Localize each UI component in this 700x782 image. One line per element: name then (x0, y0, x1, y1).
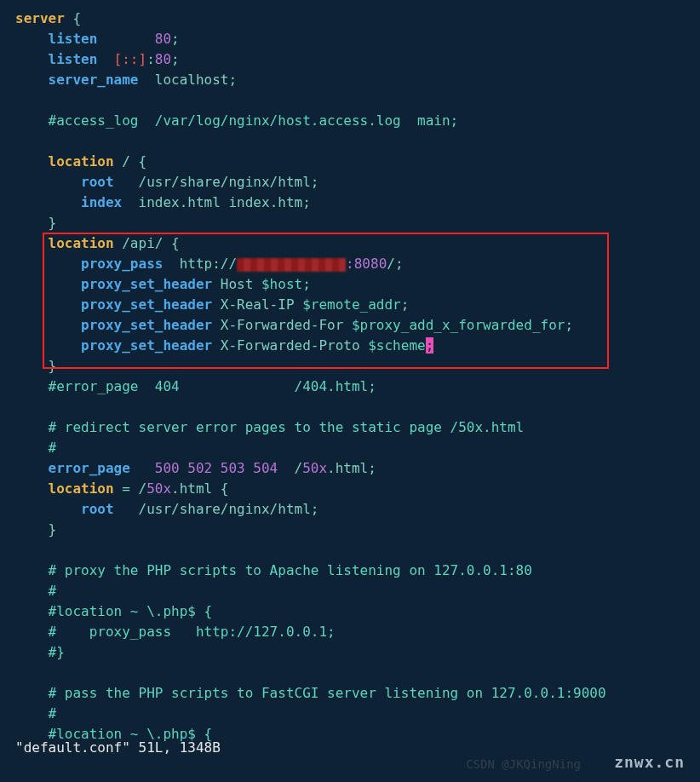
code-line: proxy_set_header X-Forwarded-Proto $sche… (15, 336, 685, 356)
code-line: index index.html index.htm; (15, 193, 685, 213)
watermark-csdn: CSDN @JKQingNing (466, 756, 581, 773)
code-line (15, 663, 685, 683)
code-line: location = /50x.html { (15, 479, 685, 499)
cursor-position: ; (426, 337, 434, 354)
code-line: } (15, 213, 685, 233)
code-line: server { (15, 9, 685, 29)
code-line: } (15, 520, 685, 540)
code-line: proxy_set_header Host $host; (15, 274, 685, 295)
code-line: location /api/ { (15, 233, 685, 254)
code-line: # redirect server error pages to the sta… (15, 417, 685, 438)
code-line: # pass the PHP scripts to FastCGI server… (15, 683, 685, 704)
code-line: proxy_set_header X-Forwarded-For $proxy_… (15, 315, 685, 336)
code-line: #access_log /var/log/nginx/host.access.l… (15, 111, 685, 131)
code-line: root /usr/share/nginx/html; (15, 499, 685, 520)
code-line: root /usr/share/nginx/html; (15, 172, 685, 193)
code-line: } (15, 356, 685, 377)
code-line (15, 540, 685, 561)
code-line (15, 131, 685, 152)
code-line: #error_page 404 /404.html; (15, 377, 685, 397)
code-line: # proxy the PHP scripts to Apache listen… (15, 561, 685, 581)
code-line (15, 90, 685, 111)
code-line: server_name localhost; (15, 70, 685, 90)
code-line: listen [::]:80; (15, 49, 685, 70)
keyword-server: server (15, 10, 65, 26)
watermark-znwx: znwx.cn (614, 750, 685, 773)
code-line: #} (15, 642, 685, 663)
redacted-ip (237, 258, 346, 272)
code-line: location / { (15, 152, 685, 172)
code-editor[interactable]: server { listen 80; listen [::]:80; serv… (0, 9, 700, 745)
code-line: listen 80; (15, 29, 685, 49)
code-line: # (15, 704, 685, 724)
code-line (15, 397, 685, 417)
code-line: # (15, 438, 685, 458)
vim-status-line: "default.conf" 51L, 1348B (15, 738, 221, 758)
code-line: #location ~ \.php$ { (15, 601, 685, 622)
code-line: error_page 500 502 503 504 /50x.html; (15, 458, 685, 479)
code-line: proxy_set_header X-Real-IP $remote_addr; (15, 295, 685, 315)
code-line: # (15, 581, 685, 601)
code-line: # proxy_pass http://127.0.0.1; (15, 622, 685, 642)
code-line: proxy_pass http://:8080/; (15, 254, 685, 274)
